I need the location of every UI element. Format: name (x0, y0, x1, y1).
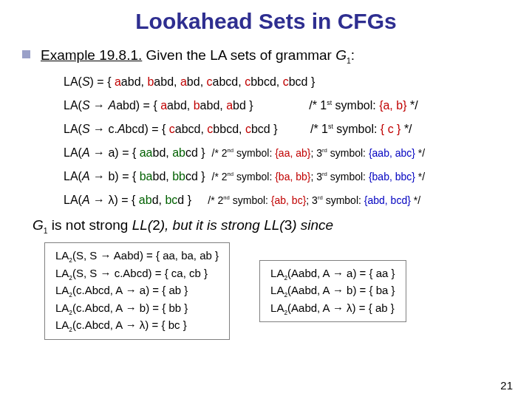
concl-ll2: LL( (264, 217, 284, 233)
example-rest: Given the LA sets of grammar (142, 47, 335, 63)
concl-3: 3 (284, 217, 293, 233)
la-list: LA(S) = { aabd, babd, abd, cabcd, cbbcd,… (64, 75, 510, 208)
la-s-cabcd: LA(S → c.Abcd) = { cabcd, cbbcd, cbcd } … (64, 123, 510, 136)
concl-t1: is not strong (48, 217, 132, 233)
slide-title: Lookahead Sets in CFGs (22, 9, 510, 34)
example-label: Example 19.8.1. (41, 47, 142, 63)
bullet-icon (22, 50, 30, 58)
concl-t3: ) since (292, 217, 333, 233)
example-line: Example 19.8.1. Given the LA sets of gra… (41, 47, 355, 65)
la2-box-left: LA2(S, S → Aabd) = { aa, ba, ab } LA2(S,… (44, 242, 230, 340)
example-row: Example 19.8.1. Given the LA sets of gra… (22, 47, 510, 65)
concl-t2: ), but it is strong (160, 217, 264, 233)
grammar-sub: 1 (347, 57, 351, 65)
la-a-lambda: LA(A → λ) = { abd, bcd } /* 2nd symbol: … (64, 194, 510, 207)
concl-2: 2 (152, 217, 160, 233)
concl-ll1: LL( (132, 217, 152, 233)
grammar-name: G (335, 47, 347, 63)
concl-g: G (33, 217, 44, 233)
la2-box-right: LA2(Aabd, A → a) = { aa } LA2(Aabd, A → … (259, 260, 406, 323)
la-s: LA(S) = { aabd, babd, abd, cabcd, cbbcd,… (64, 75, 510, 89)
page-number: 21 (500, 379, 513, 392)
la2-boxes: LA2(S, S → Aabd) = { aa, ba, ab } LA2(S,… (44, 242, 510, 340)
la-s-aabd: LA(S → Aabd) = { aabd, babd, abd } /* 1s… (64, 99, 510, 112)
la-a-a: LA(A → a) = { aabd, abcd } /* 2nd symbol… (64, 146, 510, 160)
conclusion: G1 is not strong LL(2), but it is strong… (33, 217, 510, 235)
la-a-b: LA(A → b) = { babd, bbcd } /* 2nd symbol… (64, 170, 510, 183)
